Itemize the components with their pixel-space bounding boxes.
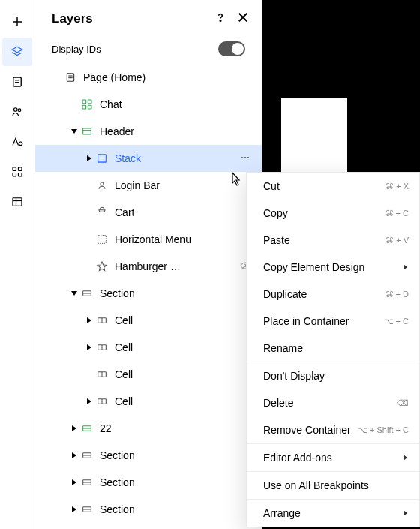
rail-apps[interactable] [2,158,32,186]
help-icon[interactable] [214,11,227,26]
rail-typography[interactable] [2,128,32,156]
canvas-element[interactable] [281,98,347,172]
tree-item-section[interactable]: Section [35,469,262,496]
svg-point-9 [19,142,22,146]
tree-item-cell[interactable]: Cell [35,361,262,388]
spacer [83,260,95,272]
tree-item-horizontal-menu[interactable]: Horizontal Menu [35,226,262,253]
rail-layers[interactable] [2,38,32,66]
svg-rect-28 [83,128,92,134]
context-copy[interactable]: Copy ⌘ + C [247,200,419,227]
rail-data[interactable] [2,188,32,216]
tree-item-section[interactable]: Section [35,280,262,307]
expand-arrow[interactable] [68,422,80,434]
rail-add[interactable] [2,8,32,36]
svg-marker-52 [87,398,92,404]
svg-marker-67 [404,264,407,270]
tree-item-section[interactable]: Section [35,442,262,469]
spacer [83,233,95,245]
rail-people[interactable] [2,98,32,126]
svg-rect-23 [82,100,86,104]
context-arrange[interactable]: Arrange [247,500,419,527]
panel-title: Layers [52,11,93,26]
context-shortcut: ⌘ + C [386,209,409,218]
user-icon [95,179,109,192]
svg-point-34 [244,156,246,158]
expand-arrow[interactable] [83,341,95,353]
display-ids-row: Display IDs [35,38,262,64]
svg-rect-13 [19,173,22,177]
context-cut[interactable]: Cut ⌘ + X [247,173,419,200]
tree-item-page[interactable]: Page (Home) [35,64,262,91]
context-paste[interactable]: Paste ⌘ + V [247,227,419,254]
tree-item-label: Cart [109,206,134,218]
spacer [52,71,64,83]
tree-item-header[interactable]: Header [35,118,262,145]
svg-marker-47 [87,344,92,350]
tree-item-stack[interactable]: Stack [35,145,262,172]
context-rename[interactable]: Rename [247,335,419,362]
svg-rect-14 [13,198,22,206]
tree-item-hamburger[interactable]: Hamburger … [35,253,262,280]
section-icon [80,287,94,300]
svg-marker-69 [404,510,407,516]
context-dont-display[interactable]: Don't Display [247,362,419,389]
close-icon[interactable] [236,11,250,26]
tree-item-label: Cell [109,368,133,380]
tree-item-label: Page (Home) [77,71,146,83]
cell-icon [95,368,109,381]
expand-arrow[interactable] [83,152,95,164]
svg-rect-37 [98,236,106,244]
expand-arrow[interactable] [68,503,80,515]
expand-arrow[interactable] [68,287,80,299]
expand-arrow[interactable] [83,395,95,407]
expand-arrow[interactable] [68,476,80,488]
context-editor-addons[interactable]: Editor Add-ons [247,444,419,471]
tree-item-login-bar[interactable]: Login Bar [35,172,262,199]
tree-item-cart[interactable]: Cart [35,199,262,226]
expand-arrow[interactable] [68,125,80,137]
context-label: Rename [263,342,303,354]
tree-item-22[interactable]: 22 [35,415,262,442]
context-shortcut: ⌘ + V [386,236,409,245]
svg-point-6 [14,108,18,112]
tree-item-cell[interactable]: Cell [35,334,262,361]
context-duplicate[interactable]: Duplicate ⌘ + D [247,281,419,308]
display-ids-label: Display IDs [52,44,101,55]
tree-item-label: Section [94,476,135,488]
tree-item-label: Hamburger … [109,260,181,272]
rail-pages[interactable] [2,68,32,96]
context-copy-design[interactable]: Copy Element Design [247,254,419,281]
more-icon[interactable] [239,152,251,166]
display-ids-toggle[interactable] [218,41,245,56]
context-label: Remove Container [263,424,351,436]
expand-arrow[interactable] [68,449,80,461]
tree-item-cell[interactable]: Cell [35,388,262,415]
tree-item-label: Section [94,287,135,299]
svg-marker-27 [71,129,77,134]
context-remove-container[interactable]: Remove Container ⌥ + Shift + C [247,416,419,443]
svg-marker-2 [12,47,22,53]
cell-icon [95,314,109,327]
expand-arrow[interactable] [83,314,95,326]
svg-marker-55 [72,425,76,431]
tree-item-cell[interactable]: Cell [35,307,262,334]
context-label: Copy [263,207,288,219]
svg-marker-41 [71,291,77,296]
tree-item-label: Section [94,503,135,515]
menu-dashed-icon [95,233,109,246]
context-use-on-all-breakpoints[interactable]: Use on All Breakpoints [247,472,419,499]
section-icon [80,422,94,435]
page-icon [64,71,77,84]
tree-item-chat[interactable]: Chat [35,91,262,118]
tree-item-label: Cell [109,314,133,326]
context-menu: Cut ⌘ + X Copy ⌘ + C Paste ⌘ + V Copy El… [246,172,420,527]
svg-rect-3 [14,77,22,86]
layers-panel: Layers Display IDs Page (Home) [35,0,262,529]
context-delete[interactable]: Delete ⌫ [247,389,419,416]
context-label: Editor Add-ons [263,452,332,464]
context-place-in-container[interactable]: Place in Container ⌥ + C [247,308,419,335]
context-label: Cut [263,180,280,192]
tree-item-section[interactable]: Section [35,496,262,523]
context-label: Delete [263,397,293,409]
